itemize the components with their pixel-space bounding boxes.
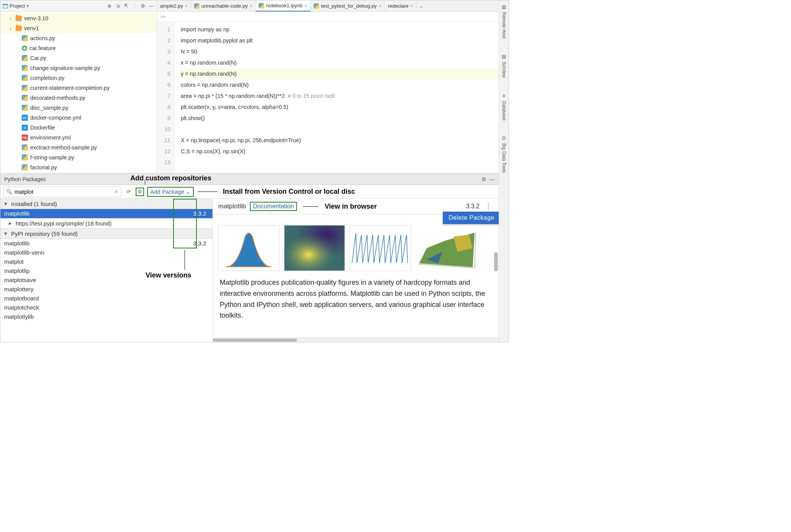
tree-file[interactable]: change-signature-sample.py [0,63,157,73]
right-tool-tab[interactable]: ▤SciView [501,54,507,78]
package-row[interactable]: matplotlib-venn [0,248,212,257]
search-input[interactable] [15,188,112,195]
tree-file[interactable]: completion.py [0,73,157,83]
editor-tab[interactable]: redeclare× [385,0,417,11]
expand-icon[interactable]: ⇲ [115,3,121,9]
tabs-overflow[interactable]: ⌄ [417,0,426,11]
group-label: Installed (1 found) [11,201,57,207]
package-row[interactable]: matplotboard [0,294,212,303]
locate-icon[interactable]: ⊕ [106,3,112,9]
tree-file[interactable]: actions.py [0,33,157,43]
svg-line-8 [475,232,476,268]
python-file-icon [22,144,28,151]
tool-icon: D [502,136,506,141]
right-tool-tab[interactable]: ≡Database [501,93,507,120]
folder-icon [16,16,22,21]
close-icon[interactable]: × [410,3,413,9]
chevron-right-icon: › [8,25,13,31]
python-file-icon [22,65,28,71]
scrollbar-horizontal[interactable] [213,337,499,342]
kebab-icon[interactable]: ⋮ [483,202,493,211]
code-editor[interactable]: 12345678910111213 import numpy as npimpo… [157,22,509,173]
tree-file[interactable]: f-string-sample.py [0,152,157,162]
package-row[interactable]: matplotsave [0,276,212,285]
add-package-button[interactable]: Add Package ⌄ [147,187,194,197]
package-subgroup[interactable]: ▸https://test.pypi.org/simple/ (18 found… [0,218,212,229]
package-row[interactable]: matplotlib3.3.2 [0,209,212,218]
reload-icon[interactable]: ⟳ [124,188,133,196]
packages-title: Python Packages [4,176,46,182]
package-row[interactable]: matplotlip [0,266,212,276]
package-row[interactable]: matplotlib3.3.2 [0,239,212,248]
package-name: matplotlib [4,210,29,217]
code-lines[interactable]: import numpy as npimport matplotlib.pypl… [175,22,509,173]
tree-file[interactable]: disc_sample.py [0,103,157,113]
python-file-icon [22,85,28,91]
clear-icon[interactable]: ✕ [114,189,118,195]
right-tool-tab[interactable]: DBig Data Tools [501,136,507,173]
close-icon[interactable]: × [305,3,307,8]
right-tool-tab[interactable]: ▥Remote Host [501,4,507,39]
package-name: matplotsave [4,277,36,284]
tree-file[interactable]: factorial.py [0,162,157,172]
package-name: matplotlylib [4,313,34,320]
tree-file[interactable]: DDockerfile [0,123,157,133]
package-name: matplotboard [4,295,39,302]
tree-file[interactable]: Car.py [0,53,157,63]
tree-file[interactable]: ✽car.feature [0,43,157,53]
collapse-icon[interactable]: ⇱ [123,3,129,9]
delete-package-menu-item[interactable]: Delete Package [443,212,499,224]
tree-label: factorial.py [30,164,57,170]
editor-tab[interactable]: notebook1.ipynb× [256,0,310,11]
tab-label: test_pytest_for_debug.py [321,3,377,9]
package-row[interactable]: matplotcheck [0,303,212,312]
tree-file[interactable]: decorated-methods.py [0,93,157,103]
package-detail-pane: matplotlib Documentation View in browser… [213,199,499,342]
tree-folder[interactable]: ›venv1 [0,23,157,33]
minimize-icon[interactable]: — [490,176,495,182]
close-icon[interactable]: × [379,3,381,9]
tree-label: venv1 [24,25,39,31]
tool-icon: ≡ [502,93,505,99]
tree-folder[interactable]: ›venv-3.10 [0,13,157,23]
editor-tab[interactable]: test_pytest_for_debug.py× [311,0,385,11]
editor-tabs: ample2.py×unreachable-code.py×notebook1.… [157,0,509,12]
package-group-header[interactable]: ▾PyPI repository (59 found) [0,229,212,239]
package-group-header[interactable]: ▾Installed (1 found) [0,199,212,209]
gear-icon[interactable]: ⚙ [481,176,486,182]
python-file-icon [22,105,28,111]
tree-label: Dockerfile [30,125,55,131]
documentation-link[interactable]: Documentation [250,202,297,211]
close-icon[interactable]: × [250,3,252,9]
tool-label: SciView [501,62,507,78]
settings-icon[interactable]: ⚙ [136,188,144,196]
package-row[interactable]: matplotlylib [0,312,212,321]
gear-icon[interactable]: ⚙ [140,3,146,9]
project-tree[interactable]: ›venv-3.10›venv1actions.py✽car.featureCa… [0,12,157,173]
packages-body: ▾Installed (1 found)matplotlib3.3.2▸http… [0,199,499,342]
editor-tab[interactable]: unreachable-code.py× [191,0,256,11]
tree-label: f-string-sample.py [30,154,74,161]
minimize-icon[interactable]: — [148,3,154,9]
editor-tab[interactable]: ample2.py× [157,0,191,11]
tree-file[interactable]: exctract-method-sample.py [0,143,157,152]
chevron-down-icon: ▾ [4,200,9,207]
tree-file[interactable]: YMLenvironment.yml [0,133,157,143]
annotation-add-repos: Add custom repositories [130,174,211,182]
project-selector[interactable]: Project ▾ [3,3,29,9]
tab-label: ample2.py [160,3,183,9]
tool-icon: ▥ [502,4,506,10]
tree-file[interactable]: current-statement-completion.py [0,83,157,93]
breadcrumb-text: >> [160,14,165,19]
package-search[interactable]: 🔍 ✕ [3,187,121,197]
package-row[interactable]: matplottery [0,285,212,294]
feature-file-icon: ✽ [22,45,27,51]
thumbnail-histogram [218,225,279,271]
breadcrumb[interactable]: >> ›› [157,12,509,22]
scrollbar-vertical[interactable] [494,252,498,271]
tab-label: unreachable-code.py [201,3,248,9]
package-row[interactable]: matplot [0,257,212,266]
editor-pane: ample2.py×unreachable-code.py×notebook1.… [157,0,509,173]
close-icon[interactable]: × [185,3,188,9]
tree-file[interactable]: DCdocker-compose.yml [0,113,157,123]
